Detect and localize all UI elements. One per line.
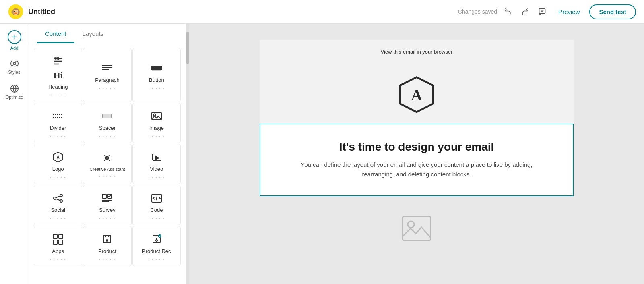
- content-item-paragraph[interactable]: Paragraph • • • • •: [83, 48, 131, 102]
- svg-marker-33: [155, 155, 160, 160]
- comments-button[interactable]: [536, 5, 549, 18]
- heading-label: Heading: [48, 84, 68, 90]
- content-item-product-rec[interactable]: Product Rec • • • • •: [132, 226, 181, 266]
- spacer-label: Spacer: [99, 125, 116, 131]
- divider-icon: [52, 110, 64, 122]
- scroll-thumb[interactable]: [186, 32, 189, 64]
- heading-dots: • • • • •: [50, 93, 66, 97]
- content-item-social[interactable]: Social • • • • •: [34, 185, 82, 225]
- svg-rect-47: [53, 240, 57, 244]
- save-status: Changes saved: [458, 8, 497, 15]
- svg-text:A: A: [411, 87, 422, 104]
- content-item-video[interactable]: Video • • • • •: [132, 144, 181, 184]
- email-content-block[interactable]: It's time to design your email You can d…: [260, 124, 574, 196]
- product-rec-label: Product Rec: [142, 248, 171, 254]
- svg-rect-48: [59, 240, 63, 244]
- tab-layouts[interactable]: Layouts: [74, 24, 112, 43]
- tab-content[interactable]: Content: [37, 24, 74, 43]
- content-panel: Content Layouts Hi Hi Heading • • • • •: [29, 24, 186, 284]
- redo-button[interactable]: [519, 6, 531, 18]
- panel-tabs: Content Layouts: [29, 24, 186, 43]
- heading-icon: Hi: [52, 56, 64, 67]
- email-canvas: View this email in your browser A It's t…: [260, 40, 574, 261]
- email-heading: It's time to design your email: [285, 141, 549, 153]
- svg-point-36: [60, 200, 62, 202]
- email-logo-area: A: [260, 63, 574, 124]
- content-items-grid: Hi Hi Heading • • • • • Paragraph • • • …: [29, 43, 186, 271]
- document-title: Untitled: [28, 8, 453, 16]
- send-test-button[interactable]: Send test: [589, 4, 636, 19]
- svg-rect-2: [539, 9, 545, 14]
- divider-label: Divider: [50, 125, 66, 131]
- image-icon: [151, 110, 162, 122]
- sidebar-item-optimize[interactable]: Optimize: [2, 80, 27, 104]
- spacer-icon: [101, 110, 113, 122]
- svg-point-6: [12, 61, 17, 66]
- apps-label: Apps: [52, 248, 64, 254]
- content-item-code[interactable]: Code • • • • •: [132, 185, 181, 225]
- survey-label: Survey: [99, 207, 115, 213]
- sidebar-styles-label: Styles: [8, 70, 21, 75]
- svg-point-34: [60, 194, 62, 197]
- svg-line-38: [56, 199, 60, 201]
- social-dots: • • • • •: [50, 216, 66, 220]
- content-item-logo[interactable]: A Logo • • • • •: [34, 144, 82, 184]
- product-label: Product: [98, 248, 116, 254]
- svg-line-28: [109, 155, 110, 156]
- content-item-image[interactable]: Image • • • • •: [132, 103, 181, 143]
- content-item-divider[interactable]: Divider • • • • •: [34, 103, 82, 143]
- product-icon: [101, 234, 113, 245]
- svg-line-37: [56, 196, 60, 198]
- apps-dots: • • • • •: [50, 257, 66, 261]
- svg-rect-54: [402, 216, 431, 240]
- email-header: View this email in your browser: [260, 40, 574, 63]
- content-item-creative-assistant[interactable]: Creative Assistant • • • • •: [83, 144, 131, 184]
- divider-dots: • • • • •: [50, 134, 66, 138]
- social-icon: [52, 193, 64, 204]
- svg-rect-16: [103, 114, 111, 118]
- svg-point-35: [54, 197, 56, 199]
- content-item-apps[interactable]: Apps • • • • •: [34, 226, 82, 266]
- svg-line-29: [104, 160, 105, 161]
- undo-button[interactable]: [502, 6, 514, 18]
- svg-line-44: [156, 196, 157, 200]
- product-dots: • • • • •: [99, 257, 116, 261]
- button-icon: [151, 62, 162, 74]
- code-label: Code: [150, 207, 163, 213]
- content-item-survey[interactable]: Survey • • • • •: [83, 185, 131, 225]
- svg-rect-45: [53, 234, 57, 238]
- content-item-button[interactable]: Button • • • • •: [132, 48, 181, 102]
- video-label: Video: [150, 166, 163, 172]
- image-placeholder-icon: [400, 214, 433, 243]
- svg-rect-46: [59, 234, 63, 238]
- button-label: Button: [149, 77, 164, 83]
- view-in-browser-link[interactable]: View this email in your browser: [381, 49, 453, 55]
- creative-assistant-label: Creative Assistant: [89, 167, 125, 172]
- product-rec-dots: • • • • •: [148, 257, 165, 261]
- svg-point-55: [408, 221, 414, 228]
- topbar: 🐵 Untitled Changes saved Preview Send te…: [0, 0, 644, 24]
- button-dots: • • • • •: [148, 86, 165, 90]
- svg-point-51: [158, 234, 161, 238]
- heading-preview: Hi: [54, 70, 63, 81]
- add-button[interactable]: +: [8, 30, 21, 44]
- svg-rect-12: [151, 66, 162, 70]
- code-dots: • • • • •: [148, 216, 165, 220]
- social-label: Social: [51, 207, 65, 213]
- svg-text:Hi: Hi: [54, 56, 60, 62]
- content-item-heading[interactable]: Hi Hi Heading • • • • •: [34, 48, 82, 102]
- creative-assistant-dots: • • • • •: [99, 175, 116, 178]
- content-item-product[interactable]: Product • • • • •: [83, 226, 131, 266]
- svg-line-27: [109, 160, 110, 161]
- email-image-block[interactable]: [260, 196, 574, 261]
- svg-point-49: [106, 240, 108, 241]
- creative-assistant-icon: [101, 152, 113, 164]
- preview-button[interactable]: Preview: [553, 6, 584, 18]
- svg-text:🐵: 🐵: [11, 7, 21, 17]
- content-item-spacer[interactable]: Spacer • • • • •: [83, 103, 131, 143]
- sidebar-item-styles[interactable]: Styles: [2, 55, 27, 79]
- logo-dots: • • • • •: [50, 175, 66, 179]
- sidebar-optimize-label: Optimize: [6, 95, 23, 100]
- app-logo: 🐵: [8, 4, 23, 19]
- canvas-area: View this email in your browser A It's t…: [189, 24, 644, 284]
